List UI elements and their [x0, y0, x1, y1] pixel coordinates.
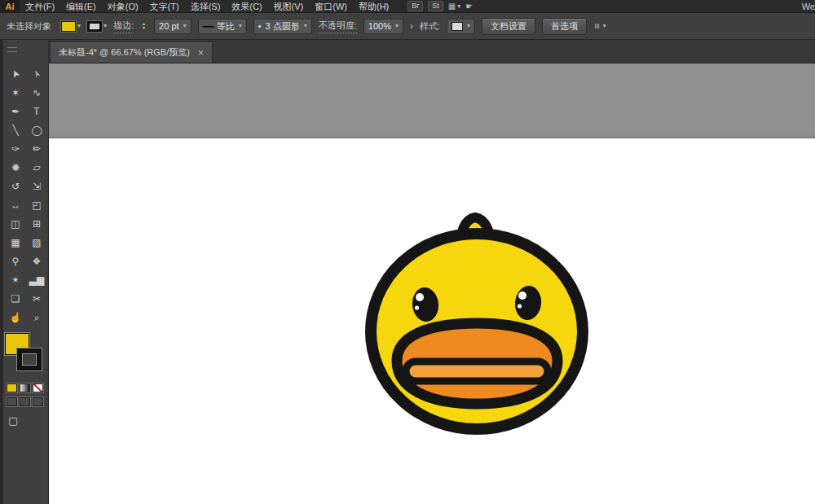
- document-tab-title: 未标题-4* @ 66.67% (RGB/预览): [59, 46, 190, 59]
- workspace-switcher[interactable]: ▦ ▾: [448, 0, 460, 13]
- direct-selection-tool-icon: ➢: [30, 68, 42, 79]
- document-setup-button[interactable]: 文档设置: [482, 18, 535, 35]
- workspace-icon: ▦: [448, 0, 456, 13]
- stroke-weight-stepper[interactable]: ▴ ▾: [140, 22, 148, 30]
- artboard-tool[interactable]: ❏: [5, 289, 26, 308]
- free-transform-tool[interactable]: ◰: [26, 195, 47, 214]
- align-options[interactable]: ≡ ▾: [595, 21, 606, 31]
- screen-mode-button[interactable]: ▢: [8, 414, 48, 427]
- width-profile-dropdown[interactable]: ━━━ 等比 ▾: [198, 19, 247, 34]
- canvas-area[interactable]: [49, 64, 815, 504]
- line-segment-tool[interactable]: ╲: [5, 121, 26, 139]
- toolbar-grip[interactable]: [3, 40, 48, 64]
- menu-edit[interactable]: 编辑(E): [60, 0, 102, 13]
- menu-view[interactable]: 视图(V): [268, 0, 310, 13]
- bridge-button[interactable]: Br: [408, 1, 423, 11]
- eraser-tool-icon: ▱: [33, 163, 40, 173]
- width-tool[interactable]: ↔: [5, 195, 26, 214]
- drawing-mode-buttons: [3, 397, 48, 406]
- column-graph-tool-icon: ▃▆: [29, 275, 44, 285]
- eyedropper-tool[interactable]: ⚲: [5, 252, 26, 270]
- stroke-weight-label[interactable]: 描边:: [113, 20, 134, 33]
- share-icon[interactable]: ☛: [465, 0, 473, 13]
- draw-normal-button[interactable]: [7, 397, 17, 406]
- chevron-down-icon: ▾: [457, 3, 460, 10]
- draw-behind-button[interactable]: [20, 397, 30, 406]
- perspective-grid-tool[interactable]: ⊞: [26, 214, 47, 233]
- menu-file[interactable]: 文件(F): [20, 0, 60, 13]
- ellipse-tool[interactable]: ◯: [26, 121, 47, 139]
- fill-color-control[interactable]: ▾: [61, 21, 81, 32]
- type-tool[interactable]: T: [26, 102, 47, 121]
- selection-tool[interactable]: ➤: [5, 64, 26, 83]
- menu-select[interactable]: 选择(S): [185, 0, 227, 13]
- menu-type[interactable]: 文字(T): [144, 0, 185, 13]
- stroke-weight-value: 20 pt: [159, 21, 178, 31]
- color-button[interactable]: [7, 383, 17, 392]
- app-logo-icon[interactable]: Ai: [0, 0, 20, 13]
- shape-builder-tool[interactable]: ◫: [5, 214, 26, 233]
- opacity-options-icon[interactable]: ›: [410, 20, 413, 32]
- gradient-tool[interactable]: ▧: [26, 233, 47, 252]
- control-bar: 未选择对象 ▾ ▾ 描边: ▴ ▾ 20 pt ▾ ━━━ 等比 ▾ • 3 点…: [0, 13, 815, 40]
- none-button[interactable]: [33, 383, 43, 392]
- duck-artwork[interactable]: [338, 195, 615, 464]
- tab-close-icon[interactable]: ×: [198, 47, 204, 59]
- gradient-button[interactable]: [20, 383, 30, 392]
- eye-highlight: [518, 291, 526, 300]
- symbol-sprayer-tool[interactable]: ✴: [5, 270, 26, 289]
- pen-tool[interactable]: ✒: [5, 102, 26, 121]
- screen-mode-icon: ▢: [8, 414, 18, 427]
- hand-tool[interactable]: ☝: [5, 308, 26, 327]
- mesh-tool[interactable]: ▦: [5, 233, 26, 252]
- menu-object[interactable]: 对象(O): [102, 0, 144, 13]
- stroke-color-control[interactable]: ▾: [87, 21, 107, 32]
- rotate-tool[interactable]: ↺: [5, 177, 26, 195]
- preferences-button[interactable]: 首选项: [542, 18, 587, 35]
- eraser-tool[interactable]: ▱: [26, 158, 47, 177]
- shape-builder-tool-icon: ◫: [11, 219, 20, 229]
- stroke-color-indicator[interactable]: [17, 348, 42, 370]
- column-graph-tool[interactable]: ▃▆: [26, 270, 47, 289]
- pencil-tool[interactable]: ✏: [26, 139, 47, 158]
- fill-swatch[interactable]: [61, 21, 76, 32]
- document-tab[interactable]: 未标题-4* @ 66.67% (RGB/预览) ×: [50, 42, 213, 63]
- style-dropdown[interactable]: ▾: [447, 19, 475, 34]
- stepper-down-icon[interactable]: ▾: [140, 26, 148, 30]
- magic-wand-tool[interactable]: ✶: [5, 83, 26, 102]
- chevron-down-icon[interactable]: ▾: [183, 23, 187, 29]
- chevron-down-icon[interactable]: ▾: [104, 23, 107, 29]
- menu-help[interactable]: 帮助(H): [353, 0, 394, 13]
- selection-status: 未选择对象: [7, 20, 51, 33]
- brush-definition-dropdown[interactable]: • 3 点圆形 ▾: [253, 19, 312, 34]
- menu-bar: Ai 文件(F)编辑(E)对象(O)文字(T)选择(S)效果(C)视图(V)窗口…: [0, 0, 815, 13]
- draw-inside-button[interactable]: [33, 397, 43, 406]
- opacity-value: 100%: [368, 21, 391, 31]
- opacity-label[interactable]: 不透明度:: [319, 20, 357, 33]
- paintbrush-tool[interactable]: ✑: [5, 139, 26, 158]
- slice-tool[interactable]: ✂: [26, 289, 47, 308]
- stock-button[interactable]: St: [428, 1, 443, 11]
- stroke-swatch[interactable]: [87, 21, 102, 32]
- menu-window[interactable]: 窗口(W): [309, 0, 353, 13]
- eye-highlight: [518, 304, 522, 308]
- stroke-weight-field[interactable]: 20 pt ▾: [154, 19, 191, 34]
- artboard-tool-icon: ❏: [11, 294, 20, 304]
- pen-tool-icon: ✒: [11, 107, 20, 116]
- opacity-dropdown[interactable]: 100% ▾: [363, 19, 403, 34]
- blob-brush-tool[interactable]: ✺: [5, 158, 26, 177]
- direct-selection-tool[interactable]: ➢: [26, 64, 47, 83]
- chevron-down-icon[interactable]: ▾: [304, 23, 307, 29]
- scale-tool[interactable]: ⇲: [26, 177, 47, 195]
- chevron-down-icon[interactable]: ▾: [395, 23, 399, 29]
- chevron-down-icon[interactable]: ▾: [239, 23, 242, 29]
- menu-effect[interactable]: 效果(C): [226, 0, 267, 13]
- tools-panel: ➤➢✶∿✒T╲◯✑✏✺▱↺⇲↔◰◫⊞▦▧⚲❖✴▃▆❏✂☝⌕ ▢: [0, 40, 49, 504]
- rotate-tool-icon: ↺: [11, 182, 20, 191]
- blend-tool[interactable]: ❖: [26, 252, 47, 270]
- zoom-tool[interactable]: ⌕: [26, 308, 47, 327]
- chevron-down-icon[interactable]: ▾: [77, 23, 81, 29]
- chevron-down-icon[interactable]: ▾: [467, 23, 470, 29]
- chevron-down-icon[interactable]: ▾: [602, 23, 606, 29]
- lasso-tool[interactable]: ∿: [26, 83, 47, 102]
